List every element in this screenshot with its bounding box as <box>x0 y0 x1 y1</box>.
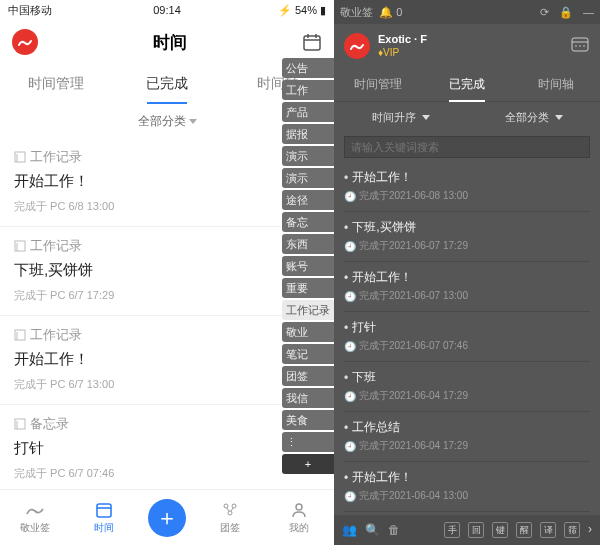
user-info: Exotic · F ♦VIP <box>378 33 427 59</box>
window-titlebar: 敬业签 🔔 0 ⟳ 🔒 — <box>334 0 600 24</box>
list-item[interactable]: • 下班,买饼饼 🕘 完成于2021-06-07 17:29 <box>344 212 590 262</box>
item-category: 工作记录 <box>14 237 320 255</box>
nav-time[interactable]: 时间 <box>79 501 129 535</box>
tab-completed[interactable]: 已完成 <box>111 64 222 104</box>
item-title: • 下班,买饼饼 <box>344 219 590 236</box>
people-icon[interactable]: 👥 <box>342 523 357 537</box>
item-meta: 完成于 PC 6/7 17:29 <box>14 288 320 303</box>
side-tag[interactable]: 笔记 <box>282 344 334 364</box>
side-tag[interactable]: 途径 <box>282 190 334 210</box>
list-item[interactable]: • 打针 🕘 完成于2021-06-07 07:46 <box>344 312 590 362</box>
svg-point-12 <box>232 504 236 508</box>
list-item[interactable]: • 开始工作！ 🕘 完成于2021-06-08 13:00 <box>344 162 590 212</box>
item-meta: 🕘 完成于2021-06-07 13:00 <box>344 289 590 303</box>
svg-rect-17 <box>572 38 588 51</box>
lock-icon[interactable]: 🔒 <box>559 6 573 19</box>
side-category-tags: 公告工作产品据报演示演示途径备忘东西账号重要工作记录敬业笔记团签我信美食⋮+ <box>282 58 334 474</box>
svg-point-11 <box>224 504 228 508</box>
header-calendar-icon[interactable] <box>570 34 590 58</box>
user-avatar-icon[interactable] <box>344 33 370 59</box>
side-tag[interactable]: ⋮ <box>282 432 334 452</box>
list-item[interactable]: • 开始工作！ 🕘 完成于2021-06-04 13:00 <box>344 462 590 512</box>
mode-box[interactable]: 回 <box>468 522 484 538</box>
side-tag[interactable]: 演示 <box>282 168 334 188</box>
nav-me[interactable]: 我的 <box>274 501 324 535</box>
list-item[interactable]: • 开始工作！ 🕘 完成于2021-06-07 13:00 <box>344 262 590 312</box>
item-title: 开始工作！ <box>14 172 320 191</box>
calendar-icon[interactable] <box>302 32 322 52</box>
side-tag[interactable]: 产品 <box>282 102 334 122</box>
svg-point-13 <box>228 511 232 515</box>
side-tag[interactable]: + <box>282 454 334 474</box>
svg-point-20 <box>579 45 581 47</box>
item-title: • 开始工作！ <box>344 169 590 186</box>
window-title: 敬业签 🔔 0 <box>340 5 402 20</box>
bottom-nav: 敬业签 时间 ＋ 团签 我的 <box>0 489 334 545</box>
add-button[interactable]: ＋ <box>148 499 186 537</box>
item-title: • 开始工作！ <box>344 269 590 286</box>
expand-icon[interactable]: › <box>588 522 592 538</box>
item-title: • 打针 <box>344 319 590 336</box>
category-filter-desktop[interactable]: 全部分类 <box>467 102 600 132</box>
side-tag[interactable]: 账号 <box>282 256 334 276</box>
item-meta: 完成于 PC 6/8 13:00 <box>14 199 320 214</box>
item-meta: 🕘 完成于2021-06-04 13:00 <box>344 489 590 503</box>
search-input[interactable] <box>344 136 590 158</box>
desktop-tabs: 时间管理 已完成 时间轴 <box>334 68 600 102</box>
search-box <box>344 136 590 158</box>
svg-point-19 <box>575 45 577 47</box>
mode-box[interactable]: 筛 <box>564 522 580 538</box>
side-tag[interactable]: 敬业 <box>282 322 334 342</box>
mode-box[interactable]: 手 <box>444 522 460 538</box>
item-title: • 开始工作！ <box>344 469 590 486</box>
dtab-time-manage[interactable]: 时间管理 <box>334 68 423 101</box>
side-tag[interactable]: 据报 <box>282 124 334 144</box>
item-title: 打针 <box>14 439 320 458</box>
nav-home[interactable]: 敬业签 <box>10 501 60 535</box>
status-bar: 中国移动 09:14 ⚡ 54% ▮ <box>0 0 334 20</box>
mode-box[interactable]: 译 <box>540 522 556 538</box>
side-tag[interactable]: 工作 <box>282 80 334 100</box>
item-title: • 工作总结 <box>344 419 590 436</box>
trash-icon[interactable]: 🗑 <box>388 523 400 537</box>
side-tag[interactable]: 演示 <box>282 146 334 166</box>
app-logo-icon[interactable] <box>12 29 38 55</box>
item-title: 下班,买饼饼 <box>14 261 320 280</box>
nav-team[interactable]: 团签 <box>205 501 255 535</box>
tab-time-manage[interactable]: 时间管理 <box>0 64 111 104</box>
search-icon[interactable]: 🔍 <box>365 523 380 537</box>
svg-line-15 <box>231 508 233 511</box>
desktop-task-list[interactable]: • 开始工作！ 🕘 完成于2021-06-08 13:00• 下班,买饼饼 🕘 … <box>334 162 600 515</box>
item-title: 开始工作！ <box>14 350 320 369</box>
user-name: Exotic · F <box>378 33 427 46</box>
side-tag[interactable]: 重要 <box>282 278 334 298</box>
page-title: 时间 <box>153 31 187 54</box>
item-meta: 🕘 完成于2021-06-07 07:46 <box>344 339 590 353</box>
desktop-app: 敬业签 🔔 0 ⟳ 🔒 — Exotic · F ♦VIP 时间管理 已完成 时… <box>334 0 600 545</box>
side-tag[interactable]: 美食 <box>282 410 334 430</box>
mode-box[interactable]: 键 <box>492 522 508 538</box>
svg-rect-9 <box>97 504 111 517</box>
dtab-timeline[interactable]: 时间轴 <box>511 68 600 101</box>
list-item[interactable]: • 下班 🕘 完成于2021-06-04 17:29 <box>344 362 590 412</box>
sort-filter[interactable]: 时间升序 <box>334 102 467 132</box>
side-tag[interactable]: 公告 <box>282 58 334 78</box>
user-header: Exotic · F ♦VIP <box>334 24 600 68</box>
desktop-filters: 时间升序 全部分类 <box>334 102 600 132</box>
mode-box[interactable]: 醒 <box>516 522 532 538</box>
side-tag[interactable]: 我信 <box>282 388 334 408</box>
dtab-completed[interactable]: 已完成 <box>423 68 512 101</box>
item-category: 备忘录 <box>14 415 320 433</box>
side-tag[interactable]: 东西 <box>282 234 334 254</box>
side-tag[interactable]: 工作记录 <box>282 300 334 320</box>
status-time: 09:14 <box>0 4 334 16</box>
list-item[interactable]: • 工作总结 🕘 完成于2021-06-04 17:29 <box>344 412 590 462</box>
side-tag[interactable]: 团签 <box>282 366 334 386</box>
svg-rect-0 <box>304 36 320 50</box>
item-meta: 🕘 完成于2021-06-08 13:00 <box>344 189 590 203</box>
sync-icon[interactable]: ⟳ <box>540 6 549 19</box>
desktop-bottom-bar: 👥 🔍 🗑 手回键醒译筛› <box>334 515 600 545</box>
minimize-icon[interactable]: — <box>583 6 594 19</box>
side-tag[interactable]: 备忘 <box>282 212 334 232</box>
item-meta: 完成于 PC 6/7 13:00 <box>14 377 320 392</box>
